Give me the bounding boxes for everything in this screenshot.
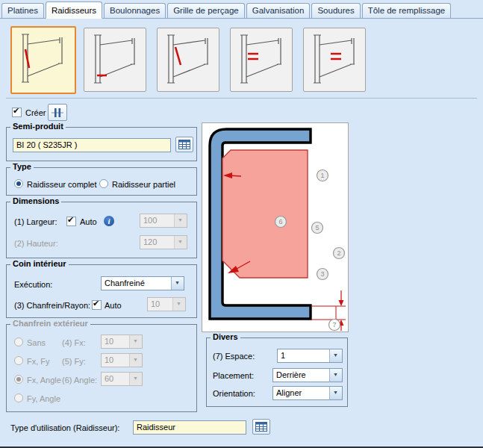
fy-angle-label: Fy, Angle bbox=[27, 394, 60, 403]
chevron-down-icon bbox=[129, 373, 142, 385]
semi-produit-table-button[interactable] bbox=[175, 137, 193, 152]
tab-galvanisation[interactable]: Galvanisation bbox=[246, 3, 311, 18]
chanfrein-exterieur-group: Chanfrein extérieur Sans (4) Fx: 10 Fx, … bbox=[6, 324, 197, 412]
chevron-down-icon bbox=[174, 214, 187, 227]
svg-text:3: 3 bbox=[320, 270, 324, 278]
variant-2-sketch bbox=[85, 30, 143, 88]
creer-checkbox[interactable] bbox=[12, 108, 22, 117]
fx-fy-label: Fx, Fy bbox=[27, 357, 50, 366]
variant-thumbnail-1[interactable] bbox=[10, 26, 76, 94]
semi-produit-group: Semi-produit BI 20 ( S235JR ) bbox=[6, 127, 197, 161]
angle-combo: 60 bbox=[101, 372, 143, 386]
tab-soudures[interactable]: Soudures bbox=[311, 3, 360, 18]
chevron-down-icon bbox=[172, 298, 185, 311]
chevron-down-icon bbox=[329, 387, 342, 399]
coin-interieur-title: Coin intérieur bbox=[10, 259, 69, 268]
variant-5-sketch bbox=[305, 30, 363, 88]
angle-label: (6) Angle: bbox=[62, 376, 97, 385]
chevron-down-icon bbox=[129, 335, 142, 348]
chanfrein-exterieur-title: Chanfrein extérieur bbox=[10, 319, 90, 328]
largeur-combo: 100 bbox=[140, 214, 187, 228]
type-utilisation-table-button[interactable] bbox=[252, 419, 270, 435]
stiffener-pair-button[interactable] bbox=[48, 104, 67, 121]
orientation-label: Orientation: bbox=[213, 389, 255, 398]
hauteur-combo: 120 bbox=[140, 235, 187, 249]
execution-combo[interactable]: Chanfreiné bbox=[101, 276, 184, 290]
table-icon bbox=[255, 422, 267, 432]
semi-produit-field[interactable]: BI 20 ( S235JR ) bbox=[13, 138, 171, 152]
svg-text:6: 6 bbox=[278, 218, 282, 225]
raidisseur-complet-radio[interactable] bbox=[14, 179, 23, 188]
svg-text:5: 5 bbox=[315, 224, 319, 231]
thumbnail-separator bbox=[6, 98, 477, 99]
chanfrein-auto-label: Auto bbox=[105, 301, 122, 310]
variant-thumbnail-2[interactable] bbox=[84, 28, 146, 92]
fx-combo: 10 bbox=[101, 335, 143, 349]
chevron-down-icon bbox=[171, 277, 184, 290]
fx-angle-label: Fx, Angle bbox=[27, 376, 61, 385]
placement-combo[interactable]: Derrière bbox=[272, 368, 343, 382]
raidisseur-partiel-label: Raidisseur partiel bbox=[112, 180, 175, 189]
variant-thumbnail-3[interactable] bbox=[157, 28, 219, 92]
variant-1-sketch bbox=[13, 29, 71, 87]
orientation-combo[interactable]: Aligner bbox=[272, 386, 343, 400]
chevron-down-icon bbox=[129, 354, 142, 367]
largeur-auto-label: Auto bbox=[80, 217, 97, 226]
divers-title: Divers bbox=[211, 332, 240, 341]
raidisseur-partiel-radio[interactable] bbox=[99, 179, 108, 188]
callout-6: 6 bbox=[275, 217, 287, 228]
chevron-down-icon bbox=[329, 369, 342, 382]
callout-5: 5 bbox=[312, 223, 323, 234]
fx-fy-radio bbox=[14, 356, 23, 365]
info-icon: i bbox=[104, 216, 114, 226]
tab-boulonnages[interactable]: Boulonnages bbox=[104, 3, 166, 18]
divers-group: Divers (7) Espace: 1 Placement: Derrière… bbox=[206, 337, 348, 407]
tab-grille-de-percage[interactable]: Grille de perçage bbox=[167, 3, 245, 18]
largeur-auto-checkbox[interactable] bbox=[66, 217, 76, 226]
stiffener-preview-diagram: 1 6 5 2 3 7 bbox=[202, 122, 349, 332]
execution-label: Exécution: bbox=[14, 280, 52, 289]
fy-combo: 10 bbox=[101, 353, 143, 367]
hauteur-label: (2) Hauteur: bbox=[14, 239, 58, 248]
tab-bar: Platines Raidisseurs Boulonnages Grille … bbox=[1, 1, 483, 18]
dimensions-title: Dimensions bbox=[10, 196, 61, 205]
chanfrein-auto-checkbox[interactable] bbox=[92, 300, 102, 310]
fy-angle-radio bbox=[14, 393, 23, 402]
creer-label: Créer bbox=[25, 108, 46, 117]
chanfrein-rayon-label: (3) Chanfrein/Rayon: bbox=[14, 301, 90, 310]
callout-7: 7 bbox=[329, 320, 340, 331]
sans-label: Sans bbox=[27, 338, 46, 347]
callout-1: 1 bbox=[317, 170, 328, 181]
type-utilisation-field[interactable]: Raidisseur bbox=[133, 420, 246, 435]
variant-thumbnail-4[interactable] bbox=[230, 28, 293, 92]
dimensions-group: Dimensions (1) Largeur: Auto i 100 (2) H… bbox=[6, 202, 197, 258]
type-utilisation-label: Type d'utilisation (Raidisseur): bbox=[10, 423, 119, 432]
semi-produit-title: Semi-produit bbox=[10, 122, 66, 131]
tab-raidisseurs[interactable]: Raidisseurs bbox=[46, 1, 102, 19]
type-group: Type Raidisseur complet Raidisseur parti… bbox=[6, 167, 197, 196]
coin-interieur-group: Coin intérieur Exécution: Chanfreiné (3)… bbox=[6, 264, 197, 318]
placement-label: Placement: bbox=[213, 371, 254, 380]
type-title: Type bbox=[10, 162, 34, 171]
chevron-down-icon bbox=[329, 349, 342, 362]
stiffener-pair-icon bbox=[51, 107, 64, 119]
table-icon bbox=[178, 140, 190, 149]
variant-thumbnail-5[interactable] bbox=[303, 28, 366, 92]
callout-2: 2 bbox=[334, 248, 345, 259]
espace-combo[interactable]: 1 bbox=[277, 349, 343, 363]
variant-3-sketch bbox=[158, 30, 216, 88]
fx-label: (4) Fx: bbox=[62, 338, 86, 347]
tab-platines[interactable]: Platines bbox=[1, 3, 44, 18]
sans-radio bbox=[14, 337, 23, 346]
largeur-label: (1) Largeur: bbox=[14, 217, 57, 226]
tab-tole-de-remplissage[interactable]: Tôle de remplissage bbox=[362, 3, 452, 18]
chanfrein-rayon-combo: 10 bbox=[147, 297, 186, 311]
variant-4-sketch bbox=[231, 30, 290, 88]
fx-angle-radio bbox=[14, 375, 23, 384]
callout-3: 3 bbox=[317, 269, 328, 280]
raidisseur-complet-label: Raidisseur complet bbox=[27, 180, 97, 189]
stiffener-plate bbox=[222, 150, 308, 278]
svg-text:1: 1 bbox=[320, 172, 324, 179]
channel-section-drawing: 1 6 5 2 3 7 bbox=[202, 123, 348, 332]
svg-text:7: 7 bbox=[332, 321, 336, 329]
